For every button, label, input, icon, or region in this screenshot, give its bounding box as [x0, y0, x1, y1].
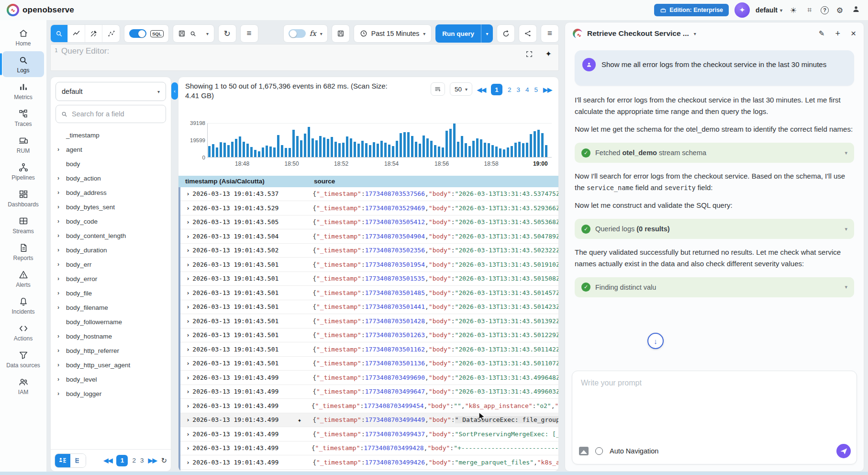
field-item[interactable]: ›body_code	[51, 214, 171, 228]
expand-field-icon[interactable]: ›	[57, 333, 62, 339]
saved-search-dropdown[interactable]: ▾	[201, 24, 214, 43]
share-button[interactable]	[519, 24, 537, 43]
sql-mode-toggle[interactable]	[129, 29, 146, 38]
expand-row-icon[interactable]: ›	[186, 360, 192, 367]
expand-field-icon[interactable]: ›	[57, 204, 62, 210]
expand-field-icon[interactable]: ›	[57, 290, 62, 296]
field-item[interactable]: ›agent	[51, 142, 171, 157]
run-query-button[interactable]: Run query	[435, 24, 481, 43]
app-logo[interactable]: openobserve	[7, 4, 74, 16]
expand-row-icon[interactable]: ›	[186, 444, 192, 452]
expand-field-icon[interactable]: ›	[57, 261, 62, 268]
sidebar-item-data-sources[interactable]: Data sources	[2, 346, 44, 372]
pager-page[interactable]: 5	[534, 86, 538, 93]
field-item[interactable]: ›body_address	[51, 185, 171, 200]
chevron-down-icon[interactable]: ▾	[845, 284, 847, 290]
expand-row-icon[interactable]: ›	[186, 204, 192, 212]
tool-status-pill[interactable]: ✓Finding distinct valu▾	[575, 277, 854, 297]
expand-row-icon[interactable]: ›	[186, 402, 192, 409]
pager-page[interactable]: 2	[508, 86, 512, 93]
field-item[interactable]: ›body_http_referrer	[51, 343, 171, 358]
log-table-row[interactable]: ›2026-03-13 19:01:43.501{"_timestamp":17…	[178, 342, 558, 357]
pager-last-icon[interactable]: ▶▶	[148, 457, 156, 464]
chevron-down-icon[interactable]: ▾	[320, 31, 323, 36]
time-range-picker[interactable]: Past 15 Minutes ▾	[354, 24, 432, 43]
log-table-row[interactable]: ›2026-03-13 19:01:43.501{"_timestamp":17…	[178, 258, 558, 272]
reset-filters-button[interactable]: ↻	[218, 24, 236, 43]
line-chart-mode-button[interactable]	[68, 24, 85, 43]
theme-toggle-button[interactable]: ☀	[788, 6, 799, 15]
timestamp-column-header[interactable]: timestamp (Asia/Calcutta)	[178, 178, 314, 185]
field-item[interactable]: ›body_file	[51, 286, 171, 300]
fullscreen-icon[interactable]	[525, 50, 533, 58]
chevron-down-icon[interactable]: ▾	[845, 150, 847, 156]
sidebar-item-alerts[interactable]: Alerts	[2, 266, 44, 292]
account-button[interactable]	[851, 5, 861, 15]
log-table-row[interactable]: ›2026-03-13 19:01:43.502{"_timestamp":17…	[178, 244, 558, 258]
expand-row-icon[interactable]: ›	[186, 331, 192, 339]
page-size-select[interactable]: 50 ▾	[450, 82, 472, 96]
expand-row-icon[interactable]: ›	[186, 275, 192, 282]
field-item[interactable]: ›body_http_user_agent	[51, 358, 171, 372]
attach-image-icon[interactable]	[579, 447, 589, 455]
auto-navigation-radio[interactable]	[595, 447, 603, 455]
send-button[interactable]	[836, 444, 851, 458]
field-item[interactable]: ›body_duration	[51, 243, 171, 257]
tool-status-pill[interactable]: ✓Queried logs (0 results)▾	[575, 219, 854, 239]
sidebar-item-actions[interactable]: Actions	[2, 319, 44, 345]
expand-field-icon[interactable]: ›	[57, 189, 62, 196]
field-item[interactable]: _timestamp	[51, 128, 171, 142]
expand-field-icon[interactable]: ›	[57, 362, 62, 368]
new-conversation-icon[interactable]: +	[835, 29, 840, 39]
sidebar-item-rum[interactable]: RUM	[2, 132, 44, 158]
org-selector[interactable]: default ▾	[756, 6, 782, 14]
expand-row-icon[interactable]: ›	[186, 218, 192, 226]
expand-row-icon[interactable]: ›	[186, 303, 192, 310]
log-table-row[interactable]: ›2026-03-13 19:01:43.499{"_timestamp":17…	[178, 385, 558, 399]
scroll-to-bottom-button[interactable]: ↓	[647, 333, 664, 349]
expand-field-icon[interactable]: ›	[57, 304, 62, 311]
expand-field-icon[interactable]: ›	[57, 275, 62, 282]
tools-mode-button[interactable]	[85, 24, 102, 43]
field-item[interactable]: ›body_level	[51, 372, 171, 386]
sidebar-item-streams[interactable]: Streams	[2, 212, 44, 238]
field-item[interactable]: ›body_action	[51, 171, 171, 185]
log-table-row[interactable]: ›2026-03-13 19:01:43.499{"_timestamp":17…	[178, 455, 558, 470]
conversation-dropdown-icon[interactable]: ▾	[694, 31, 696, 36]
stream-selector[interactable]: default ▾	[56, 82, 166, 101]
search-mode-button[interactable]	[51, 24, 68, 43]
menu-button[interactable]: ≡	[240, 24, 258, 43]
edit-conversation-icon[interactable]: ✎	[819, 29, 825, 38]
source-column-header[interactable]: source	[314, 178, 335, 185]
pager-page[interactable]: 3	[140, 457, 144, 464]
field-search-input[interactable]: Search for a field	[56, 105, 166, 123]
field-item[interactable]: body_followername	[51, 315, 171, 329]
expand-field-icon[interactable]: ›	[57, 232, 62, 239]
pager-page[interactable]: 3	[516, 86, 520, 93]
expand-row-icon[interactable]: ›	[186, 190, 192, 197]
field-item[interactable]: ›body_error	[51, 271, 171, 286]
log-table-row[interactable]: ›2026-03-13 19:01:43.499{"_timestamp":17…	[178, 441, 558, 456]
log-table-row[interactable]: ›2026-03-13 19:01:43.529{"_timestamp":17…	[178, 201, 558, 215]
expand-field-icon[interactable]: ›	[57, 247, 62, 253]
refresh-interval-button[interactable]	[497, 24, 515, 43]
expand-field-icon[interactable]: ›	[57, 390, 62, 397]
expand-field-icon[interactable]: ›	[57, 347, 62, 354]
expand-row-icon[interactable]: ›	[186, 430, 192, 438]
field-item[interactable]: ›body_hostname	[51, 329, 171, 343]
field-item[interactable]: ›body_filename	[51, 300, 171, 315]
expand-field-icon[interactable]: ›	[57, 218, 62, 225]
pager-page[interactable]: 4	[525, 86, 529, 93]
expand-row-icon[interactable]: ›	[186, 388, 192, 395]
help-button[interactable]: ?	[821, 6, 829, 14]
expand-field-icon[interactable]: ›	[57, 146, 62, 153]
expand-row-icon[interactable]: ›	[186, 459, 192, 466]
run-query-dropdown[interactable]: ▾	[481, 24, 493, 43]
log-table-row[interactable]: ›2026-03-13 19:01:43.505{"_timestamp":17…	[178, 215, 558, 230]
sidebar-item-incidents[interactable]: Incidents	[2, 293, 44, 318]
sidebar-item-reports[interactable]: Reports	[2, 239, 44, 265]
pager-first-icon[interactable]: ◀◀	[103, 457, 112, 464]
log-table-row[interactable]: ›2026-03-13 19:01:43.501{"_timestamp":17…	[178, 357, 558, 371]
log-table-row[interactable]: ›2026-03-13 19:01:43.499✦{"_timestamp":1…	[178, 413, 558, 428]
log-table-row[interactable]: ›2026-03-13 19:01:43.501{"_timestamp":17…	[178, 328, 558, 343]
